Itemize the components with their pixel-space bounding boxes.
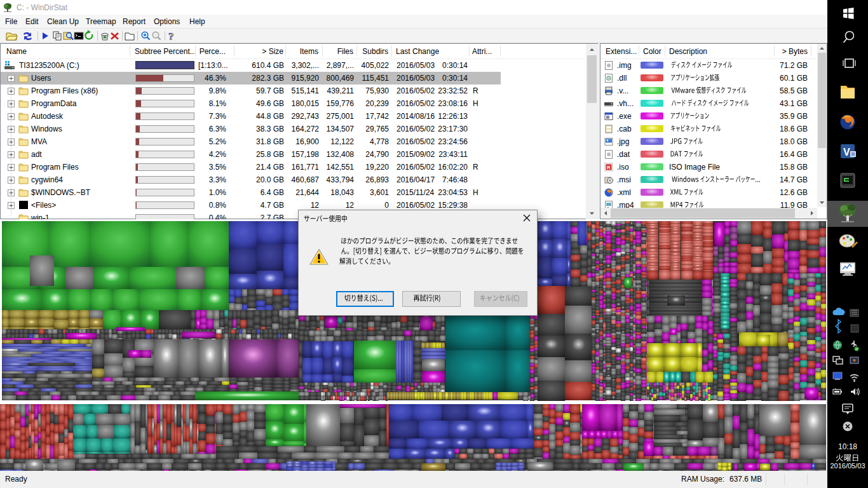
svg-text:R: R bbox=[607, 165, 611, 170]
svg-text:V: V bbox=[843, 147, 850, 158]
svg-text:?: ? bbox=[168, 30, 174, 43]
